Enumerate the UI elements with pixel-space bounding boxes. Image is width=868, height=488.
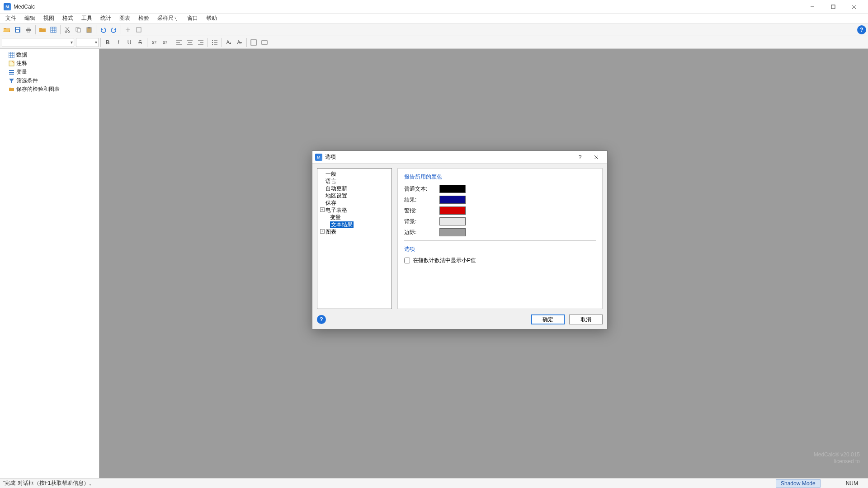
color-swatch-results[interactable] — [439, 196, 466, 204]
subscript-icon[interactable]: x2 — [149, 38, 159, 47]
menu-file[interactable]: 文件 — [2, 14, 20, 23]
tree-label: 筛选条件 — [16, 77, 38, 84]
help-icon[interactable]: ? — [857, 25, 866, 34]
menu-window[interactable]: 窗口 — [184, 14, 202, 23]
dlg-tree-save[interactable]: 保存 — [318, 199, 391, 206]
paste-icon[interactable] — [84, 25, 94, 35]
insert-table-icon[interactable] — [249, 38, 259, 47]
tree-item-data[interactable]: 数据 — [1, 51, 98, 59]
insert-object-icon[interactable] — [259, 38, 269, 47]
save-icon[interactable] — [13, 25, 23, 35]
menu-tests[interactable]: 检验 — [135, 14, 153, 23]
align-left-icon[interactable] — [174, 38, 184, 47]
redo-icon[interactable] — [109, 25, 119, 35]
checkbox-small-p-label: 在指数计数法中显示小P值 — [413, 257, 476, 264]
font-size-combo[interactable]: ▾ — [76, 38, 99, 47]
dialog-title-text: 选项 — [325, 153, 336, 161]
main-toolbar: ? — [0, 23, 868, 36]
color-row-normal: 普通文本: — [404, 183, 596, 194]
svg-rect-9 — [27, 31, 30, 32]
dialog-app-icon: M — [315, 154, 322, 161]
checkbox-small-p[interactable]: 在指数计数法中显示小P值 — [404, 256, 596, 264]
dialog-category-tree[interactable]: 一般 语言 自动更新 地区设置 保存 +电子表格 变量 文本结果 +图表 — [317, 168, 392, 309]
cancel-button[interactable]: 取消 — [569, 314, 603, 324]
dlg-tree-charts[interactable]: +图表 — [318, 228, 391, 235]
recalc2-icon[interactable] — [134, 25, 144, 35]
superscript-icon[interactable]: x2 — [160, 38, 170, 47]
undo-icon[interactable] — [98, 25, 108, 35]
filter-icon — [8, 78, 14, 84]
close-button[interactable] — [844, 0, 864, 14]
maximize-button[interactable] — [823, 0, 844, 14]
open-folder-icon[interactable] — [38, 25, 47, 35]
ok-button[interactable]: 确定 — [531, 314, 565, 324]
tree-label: 注释 — [16, 60, 27, 67]
italic-icon[interactable]: I — [113, 38, 123, 47]
svg-point-16 — [68, 31, 70, 33]
color-swatch-alert[interactable] — [439, 206, 466, 215]
color-swatch-bg[interactable] — [439, 217, 466, 225]
cut-icon[interactable] — [62, 25, 72, 35]
svg-rect-23 — [137, 28, 141, 32]
copy-icon[interactable] — [73, 25, 83, 35]
svg-rect-10 — [51, 27, 56, 33]
align-center-icon[interactable] — [185, 38, 195, 47]
app-title: MedCalc — [14, 4, 35, 10]
dlg-tree-language[interactable]: 语言 — [318, 178, 391, 185]
dialog-footer: ? 确定 取消 — [312, 312, 607, 329]
vars-icon — [8, 69, 14, 75]
recalc-icon[interactable] — [123, 25, 133, 35]
checkbox-small-p-input[interactable] — [404, 258, 410, 263]
menu-format[interactable]: 格式 — [59, 14, 77, 23]
dialog-help-round[interactable]: ? — [317, 315, 326, 324]
tree-item-notes[interactable]: 注释 — [1, 59, 98, 68]
dlg-tree-spreadsheet[interactable]: +电子表格 — [318, 206, 391, 214]
minimize-button[interactable] — [802, 0, 823, 14]
section-options-title: 选项 — [404, 244, 596, 256]
color-swatch-margin[interactable] — [439, 228, 466, 236]
dlg-tree-text-results[interactable]: 文本结果 — [318, 221, 391, 228]
font-increase-icon[interactable]: A▴ — [224, 38, 234, 47]
menubar: 文件 编辑 视图 格式 工具 统计 图表 检验 采样尺寸 窗口 帮助 — [0, 14, 868, 23]
expand-icon[interactable]: + — [320, 229, 325, 234]
menu-stats[interactable]: 统计 — [97, 14, 115, 23]
folder-icon — [8, 86, 14, 93]
svg-rect-20 — [77, 28, 80, 32]
menu-view[interactable]: 视图 — [40, 14, 58, 23]
svg-rect-46 — [9, 61, 14, 66]
menu-sample[interactable]: 采样尺寸 — [154, 14, 183, 23]
menu-charts[interactable]: 图表 — [116, 14, 134, 23]
dlg-tree-autoupdate[interactable]: 自动更新 — [318, 185, 391, 192]
color-swatch-normal[interactable] — [439, 185, 466, 193]
font-decrease-icon[interactable]: A▾ — [235, 38, 245, 47]
svg-rect-1 — [831, 5, 835, 9]
dialog-titlebar: M 选项 ? — [312, 151, 607, 164]
menu-edit[interactable]: 编辑 — [21, 14, 39, 23]
bold-icon[interactable]: B — [103, 38, 113, 47]
tree-item-saved[interactable]: 保存的检验和图表 — [1, 85, 98, 94]
dialog-help-button[interactable]: ? — [572, 151, 588, 163]
font-family-combo[interactable]: ▾ — [2, 38, 74, 47]
tree-label: 变量 — [16, 68, 27, 76]
section-colors-title: 报告所用的颜色 — [404, 172, 596, 183]
spreadsheet-icon[interactable] — [48, 25, 58, 35]
open-icon[interactable] — [2, 25, 12, 35]
svg-point-33 — [212, 40, 213, 41]
menu-help[interactable]: 帮助 — [203, 14, 221, 23]
dlg-tree-general[interactable]: 一般 — [318, 170, 391, 178]
align-right-icon[interactable] — [196, 38, 206, 47]
svg-rect-39 — [251, 40, 256, 45]
menu-tools[interactable]: 工具 — [78, 14, 96, 23]
list-icon[interactable] — [210, 38, 220, 47]
dialog-close-button[interactable] — [588, 151, 604, 163]
tree-item-vars[interactable]: 变量 — [1, 68, 98, 76]
underline-icon[interactable]: U — [124, 38, 134, 47]
dlg-tree-variables[interactable]: 变量 — [318, 214, 391, 221]
tree-item-filter[interactable]: 筛选条件 — [1, 76, 98, 85]
dlg-tree-region[interactable]: 地区设置 — [318, 192, 391, 199]
status-bar: "完成"对话框（按F1获取帮助信息）。 Shadow Mode NUM — [0, 478, 868, 488]
format-toolbar: ▾ ▾ B I U S x2 x2 A▴ A▾ — [0, 36, 868, 49]
strike-icon[interactable]: S — [135, 38, 145, 47]
expand-icon[interactable]: + — [320, 207, 325, 212]
print-icon[interactable] — [24, 25, 33, 35]
